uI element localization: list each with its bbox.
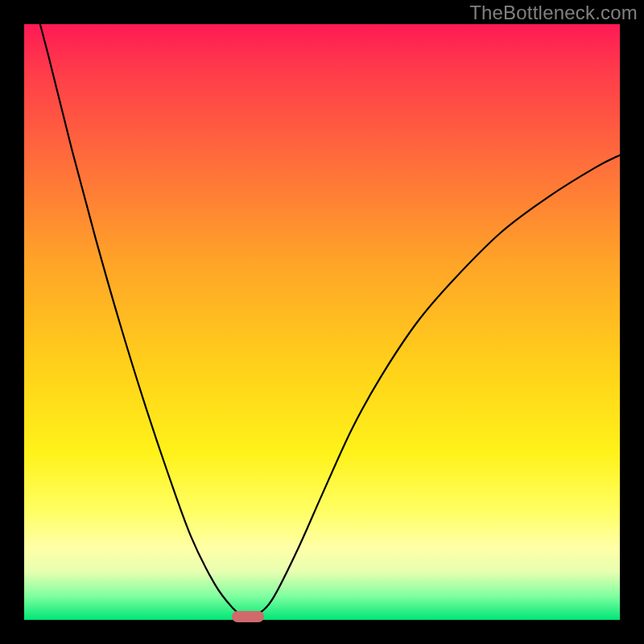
watermark-text: TheBottleneck.com [469, 2, 638, 24]
curve-svg [24, 24, 620, 620]
bottleneck-curve [24, 0, 620, 617]
plot-area [24, 24, 620, 620]
chart-stage: TheBottleneck.com [0, 0, 644, 644]
optimal-marker [232, 611, 264, 622]
